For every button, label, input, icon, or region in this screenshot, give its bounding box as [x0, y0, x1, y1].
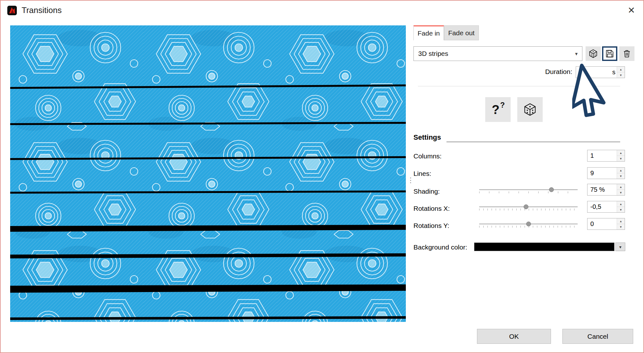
- transition-preview: [10, 25, 406, 322]
- delete-transition-button[interactable]: [619, 46, 634, 61]
- lines-label: Lines:: [413, 170, 431, 177]
- background-color-swatch[interactable]: [474, 243, 614, 251]
- transition-select-value: 3D stripes: [418, 50, 448, 57]
- rotations-y-up-icon[interactable]: ▲: [617, 218, 625, 224]
- shading-label: Shading:: [413, 188, 440, 195]
- dice-icon: [523, 103, 537, 117]
- rotations-x-slider-ticks: [479, 209, 578, 210]
- lines-down-icon[interactable]: ▼: [617, 173, 625, 179]
- shading-value[interactable]: 75 %: [587, 186, 617, 193]
- rotations-y-down-icon[interactable]: ▼: [617, 224, 625, 230]
- rotations-x-down-icon[interactable]: ▼: [617, 207, 625, 212]
- duration-up-icon[interactable]: ▲: [617, 67, 625, 72]
- shading-up-icon[interactable]: ▲: [617, 184, 625, 190]
- section-divider: [418, 86, 620, 86]
- question-small-icon: ?: [500, 101, 505, 110]
- columns-up-icon[interactable]: ▲: [617, 150, 625, 156]
- close-icon[interactable]: ✕: [628, 4, 635, 17]
- background-color-dropdown-button[interactable]: ▾: [615, 243, 625, 251]
- columns-label: Columns:: [413, 152, 442, 160]
- question-icon: ?: [492, 103, 499, 117]
- transition-preview-image: [10, 25, 406, 322]
- dice-icon: [588, 49, 598, 58]
- window-title: Transitions: [22, 5, 62, 15]
- duration-spinner[interactable]: 2 s ▲ ▼: [576, 66, 625, 78]
- lines-spinner[interactable]: 9 ▲ ▼: [587, 167, 625, 179]
- chevron-down-icon: ▾: [619, 244, 621, 250]
- rotations-x-spinner[interactable]: -0,5 ▲ ▼: [587, 201, 625, 213]
- shading-slider-ticks: [479, 191, 578, 193]
- rotations-x-spin-arrows: ▲ ▼: [617, 201, 625, 212]
- shading-spin-arrows: ▲ ▼: [617, 184, 625, 195]
- duration-unit: s: [612, 69, 617, 76]
- cancel-button-label: Cancel: [587, 333, 608, 340]
- rotations-x-slider-track: [479, 206, 578, 207]
- background-color-label: Background color:: [413, 243, 467, 251]
- columns-spin-arrows: ▲ ▼: [617, 150, 625, 161]
- transitions-dialog: Transitions ✕: [0, 0, 644, 353]
- lines-up-icon[interactable]: ▲: [617, 168, 625, 173]
- shading-slider-thumb[interactable]: [549, 187, 554, 192]
- save-transition-button[interactable]: [602, 46, 617, 61]
- cancel-button[interactable]: Cancel: [562, 329, 633, 344]
- rotations-y-slider-thumb[interactable]: [526, 222, 531, 226]
- duration-down-icon[interactable]: ▼: [617, 72, 625, 78]
- rotations-x-up-icon[interactable]: ▲: [617, 201, 625, 207]
- ok-button[interactable]: OK: [477, 329, 551, 344]
- ok-button-label: OK: [509, 333, 519, 340]
- title-bar: Transitions ✕: [1, 1, 643, 20]
- duration-value[interactable]: 2: [576, 69, 612, 76]
- rotations-y-spinner[interactable]: 0 ▲ ▼: [587, 218, 625, 230]
- tab-fade-out[interactable]: Fade out: [444, 25, 479, 40]
- rotations-y-value[interactable]: 0: [587, 220, 617, 228]
- shading-slider-track: [479, 189, 578, 190]
- shading-spinner[interactable]: 75 % ▲ ▼: [587, 184, 625, 196]
- tab-fade-out-label: Fade out: [448, 29, 475, 37]
- tab-fade-in[interactable]: Fade in: [413, 25, 444, 40]
- save-icon: [605, 49, 614, 58]
- rotations-y-slider[interactable]: [479, 220, 578, 229]
- rotations-x-label: Rotations X:: [413, 205, 450, 212]
- trash-icon: [622, 49, 631, 58]
- tab-fade-in-label: Fade in: [418, 30, 440, 37]
- random-transition-button[interactable]: [586, 46, 601, 61]
- rotations-x-slider-thumb[interactable]: [524, 204, 528, 209]
- columns-down-icon[interactable]: ▼: [617, 156, 625, 161]
- settings-header-line: [446, 142, 620, 142]
- duration-spin-arrows: ▲ ▼: [617, 67, 625, 78]
- random-preview-button[interactable]: ? ?: [485, 97, 511, 122]
- duration-label: Duration:: [512, 68, 572, 76]
- app-logo-icon: [7, 5, 17, 16]
- shading-slider[interactable]: [479, 186, 578, 194]
- columns-spinner[interactable]: 1 ▲ ▼: [587, 150, 625, 162]
- shading-down-icon[interactable]: ▼: [617, 190, 625, 195]
- settings-header: Settings: [413, 133, 441, 142]
- rotations-x-slider[interactable]: [479, 203, 578, 211]
- lines-spin-arrows: ▲ ▼: [617, 168, 625, 179]
- splitter-handle[interactable]: ⋮: [407, 178, 414, 182]
- shuffle-button[interactable]: [517, 97, 543, 122]
- columns-value[interactable]: 1: [587, 152, 617, 159]
- rotations-x-value[interactable]: -0,5: [587, 203, 617, 210]
- transition-select[interactable]: 3D stripes ▾: [413, 46, 582, 61]
- rotations-y-spin-arrows: ▲ ▼: [617, 218, 625, 230]
- rotations-y-label: Rotations Y:: [413, 222, 449, 230]
- chevron-down-icon: ▾: [575, 51, 578, 57]
- lines-value[interactable]: 9: [587, 170, 617, 177]
